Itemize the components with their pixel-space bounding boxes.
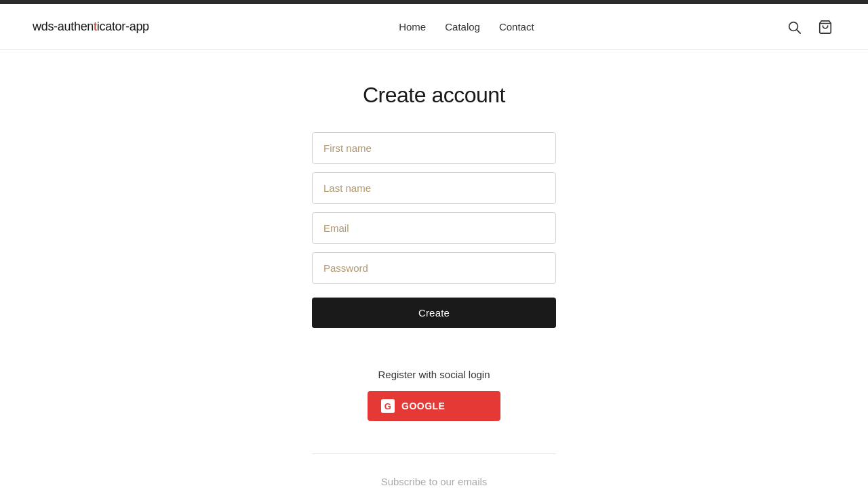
nav-catalog[interactable]: Catalog: [445, 21, 480, 33]
header-icons: [784, 17, 835, 37]
search-button[interactable]: [784, 17, 804, 37]
search-icon: [787, 20, 802, 35]
google-button-label: GOOGLE: [401, 401, 445, 411]
brand-highlight: t: [94, 20, 97, 33]
header: wds-authenticator-app Home Catalog Conta…: [0, 4, 868, 50]
subscribe-label: Subscribe to our emails: [381, 476, 488, 487]
main-content: Create account Create Register with soci…: [0, 50, 868, 488]
page-title: Create account: [363, 83, 505, 108]
footer-divider: [312, 453, 556, 454]
email-input[interactable]: [312, 212, 556, 244]
svg-line-1: [797, 30, 800, 33]
create-account-form: Create: [312, 132, 556, 328]
main-nav: Home Catalog Contact: [399, 21, 534, 33]
nav-contact[interactable]: Contact: [499, 21, 534, 33]
social-login-section: Register with social login G GOOGLE: [368, 369, 500, 421]
subscribe-section: Subscribe to our emails: [381, 476, 488, 488]
nav-home[interactable]: Home: [399, 21, 426, 33]
first-name-input[interactable]: [312, 132, 556, 164]
brand-logo: wds-authenticator-app: [33, 20, 149, 34]
google-g-icon: G: [381, 399, 395, 413]
cart-icon: [818, 20, 833, 35]
cart-button[interactable]: [815, 17, 835, 37]
create-button[interactable]: Create: [312, 298, 556, 328]
last-name-input[interactable]: [312, 172, 556, 204]
google-login-button[interactable]: G GOOGLE: [368, 391, 500, 421]
password-input[interactable]: [312, 252, 556, 284]
social-login-label: Register with social login: [378, 369, 490, 380]
